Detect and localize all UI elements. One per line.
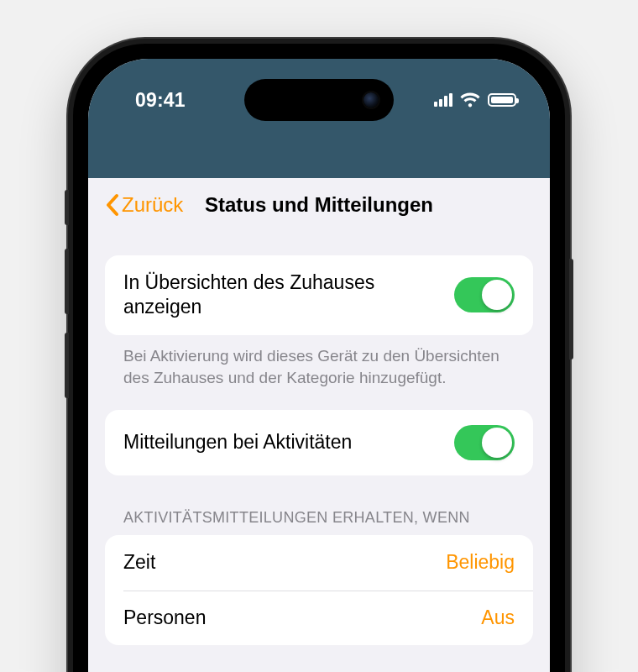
footer-show-in-summaries: Bei Aktivierung wird dieses Gerät zu den… <box>105 335 533 388</box>
screen: 09:41 <box>88 59 550 672</box>
row-label: Mitteilungen bei Aktivitäten <box>123 430 352 454</box>
side-button <box>65 333 69 398</box>
row-value: Aus <box>481 606 515 629</box>
back-label: Zurück <box>122 193 183 217</box>
side-button <box>569 259 573 360</box>
dynamic-island <box>244 79 394 121</box>
row-people[interactable]: Personen Aus <box>105 591 533 645</box>
row-time[interactable]: Zeit Beliebig <box>105 535 533 590</box>
chevron-left-icon <box>105 193 120 217</box>
battery-icon <box>488 93 516 107</box>
section-header-receive-when: Aktivitätsmitteilungen erhalten, wenn <box>105 475 533 535</box>
front-camera-icon <box>363 92 379 108</box>
statusbar: 09:41 <box>88 59 550 178</box>
row-show-in-summaries: In Übersichten des Zuhauses anzeigen <box>105 255 533 335</box>
side-button <box>65 190 69 225</box>
toggle-activity-notifications[interactable] <box>454 425 515 460</box>
card-show-in-summaries: In Übersichten des Zuhauses anzeigen <box>105 255 533 335</box>
card-activity-notifications: Mitteilungen bei Aktivitäten <box>105 410 533 475</box>
cellular-icon <box>434 93 452 107</box>
row-label: Personen <box>123 606 206 630</box>
row-activity-notifications: Mitteilungen bei Aktivitäten <box>105 410 533 475</box>
wifi-icon <box>460 92 480 108</box>
phone-frame: 09:41 <box>68 39 570 672</box>
back-button[interactable]: Zurück <box>105 193 183 217</box>
status-time: 09:41 <box>135 89 186 112</box>
toggle-show-in-summaries[interactable] <box>454 277 515 312</box>
card-receive-when: Zeit Beliebig Personen Aus <box>105 535 533 645</box>
row-value: Beliebig <box>446 551 515 574</box>
page-title: Status und Mitteilungen <box>205 193 433 217</box>
row-label: In Übersichten des Zuhauses anzeigen <box>123 270 441 320</box>
row-label: Zeit <box>123 550 155 575</box>
navigation-bar: Zurück Status und Mitteilungen <box>105 178 533 232</box>
status-indicators <box>434 92 516 108</box>
side-button <box>65 249 69 314</box>
